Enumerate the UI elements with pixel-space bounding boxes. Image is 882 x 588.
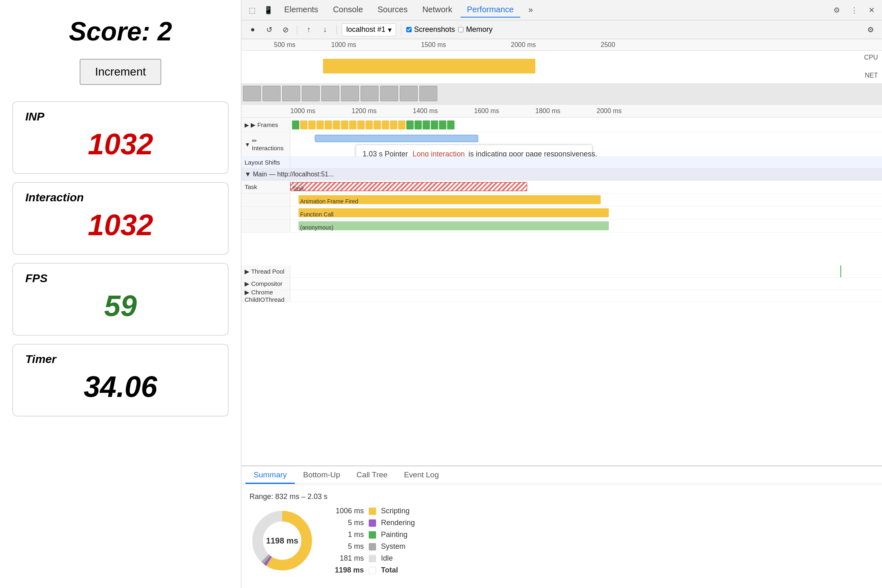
tab-call-tree[interactable]: Call Tree	[348, 467, 396, 484]
ruler-mark-1000: 1000 ms	[331, 41, 356, 49]
tooltip-message: is indicating poor page responsiveness.	[468, 150, 597, 156]
anonymous-row: (anonymous)	[241, 220, 882, 233]
cpu-bar-area: CPU NET	[241, 51, 882, 83]
tab-bottom-up[interactable]: Bottom-Up	[295, 467, 348, 484]
task-text: Task	[245, 183, 257, 190]
frame-block-yellow-4	[325, 120, 332, 129]
tab-more[interactable]: »	[522, 2, 539, 18]
system-value: 5 ms	[331, 542, 364, 551]
toolbar-divider-2	[336, 25, 337, 35]
thread-pool-label[interactable]: ▶ Thread Pool	[241, 265, 290, 277]
tab-network[interactable]: Network	[416, 2, 459, 18]
tab-summary[interactable]: Summary	[245, 467, 295, 484]
close-icon[interactable]: ✕	[865, 3, 878, 17]
screenshot-thumb-8	[380, 86, 398, 101]
ruler-mark-2500: 2500	[601, 41, 615, 49]
interactions-track-row: ▼ ✏ Interactions 1.03 s Pointer Long int…	[241, 132, 882, 157]
main-thread-header[interactable]: ▼ Main — http://localhost:51...	[241, 168, 882, 180]
system-name: System	[381, 542, 430, 551]
timer-card: Timer 34.06	[12, 344, 229, 416]
memory-checkbox[interactable]	[458, 27, 463, 32]
layout-shifts-row: Layout Shifts	[241, 157, 882, 168]
left-panel: Score: 2 Increment INP 1032 Interaction …	[0, 0, 241, 588]
function-call-content: Function Call	[290, 207, 882, 219]
tab-sources[interactable]: Sources	[371, 2, 414, 18]
target-dropdown[interactable]: localhost #1 ▾	[342, 23, 396, 36]
cpu-label: CPU	[864, 54, 878, 61]
increment-button[interactable]: Increment	[80, 59, 162, 85]
frame-block-yellow-5	[333, 120, 340, 129]
fps-label: FPS	[25, 272, 216, 285]
bottom-tabs: Summary Bottom-Up Call Tree Event Log	[241, 466, 882, 484]
timeline-tracks: ▶ ▶ Frames	[241, 118, 882, 466]
compositor-label[interactable]: ▶ Compositor	[241, 278, 290, 290]
anonymous-label	[241, 220, 290, 232]
layout-shifts-label[interactable]: Layout Shifts	[241, 157, 290, 168]
scripting-name: Scripting	[381, 507, 430, 515]
painting-color	[369, 531, 376, 539]
upload-button[interactable]: ↑	[302, 23, 315, 36]
timeline-ruler-top: 500 ms 1000 ms 1500 ms 2000 ms 2500	[241, 39, 882, 51]
idle-value: 181 ms	[331, 554, 364, 563]
legend-row-system: 5 ms System	[331, 542, 430, 551]
clear-button[interactable]: ⊘	[279, 23, 292, 36]
screenshots-row	[241, 83, 882, 104]
ruler-marks-top: 500 ms 1000 ms 1500 ms 2000 ms 2500	[241, 39, 882, 50]
bottom-left: Range: 832 ms – 2.03 s	[249, 492, 430, 580]
interaction-card: Interaction 1032	[12, 182, 229, 255]
tab-performance[interactable]: Performance	[461, 2, 521, 18]
frames-track-row: ▶ ▶ Frames	[241, 118, 882, 132]
scripting-color	[369, 508, 376, 515]
screenshots-checkbox-label[interactable]: Screenshots	[406, 25, 455, 34]
screenshot-thumb-6	[341, 86, 359, 101]
download-button[interactable]: ↓	[318, 23, 332, 36]
tooltip-link[interactable]: Long interaction	[412, 150, 465, 156]
screenshot-thumb-2	[263, 86, 281, 101]
animation-frame-bar: Animation Frame Fired	[298, 195, 601, 204]
legend-row-scripting: 1006 ms Scripting	[331, 507, 430, 515]
settings-perf-icon[interactable]: ⚙	[864, 23, 877, 36]
devtools-topbar-right: ⚙ ⋮ ✕	[830, 3, 878, 17]
anonymous-content: (anonymous)	[290, 220, 882, 232]
interaction-label: Interaction	[25, 191, 216, 204]
task-content: Task	[290, 180, 882, 193]
timer-label: Timer	[25, 353, 216, 366]
timeline-main: 1000 ms 1200 ms 1400 ms 1600 ms 1800 ms …	[241, 105, 882, 466]
ruler2-2000: 2000 ms	[597, 107, 621, 115]
thread-pool-text: ▶ Thread Pool	[245, 268, 285, 275]
frame-block-yellow-13	[398, 120, 405, 129]
tooltip-event-type-label: Pointer	[385, 150, 408, 156]
screenshot-thumb-9	[400, 86, 418, 101]
total-name: Total	[381, 566, 430, 575]
frame-block-green-6	[439, 120, 446, 129]
screenshot-thumb-5	[321, 86, 339, 101]
reload-button[interactable]: ↺	[263, 23, 276, 36]
more-options-icon[interactable]: ⋮	[847, 3, 861, 17]
bottom-content: Range: 832 ms – 2.03 s	[241, 484, 882, 588]
tab-console[interactable]: Console	[326, 2, 369, 18]
function-call-row: Function Call	[241, 207, 882, 220]
inspector-icon[interactable]: ⬚	[245, 3, 259, 17]
tab-elements[interactable]: Elements	[278, 2, 325, 18]
frame-block-yellow-10	[374, 120, 381, 129]
device-icon[interactable]: 📱	[261, 3, 276, 17]
frames-track-label[interactable]: ▶ ▶ Frames	[241, 118, 290, 132]
timeline-overview[interactable]: 500 ms 1000 ms 1500 ms 2000 ms 2500 CPU …	[241, 39, 882, 105]
scripting-value: 1006 ms	[331, 507, 364, 515]
screenshot-thumb-3	[282, 86, 300, 101]
record-button[interactable]: ●	[246, 23, 259, 36]
tab-event-log[interactable]: Event Log	[396, 467, 447, 484]
child-io-label[interactable]: ▶ Chrome ChildIOThread	[241, 290, 290, 302]
target-label: localhost #1	[346, 25, 385, 34]
screenshots-checkbox[interactable]	[406, 27, 412, 32]
memory-checkbox-label[interactable]: Memory	[458, 25, 492, 34]
frame-block-green-5	[431, 120, 438, 129]
interaction-bar[interactable]	[315, 135, 478, 142]
tooltip-time: 1.03 s	[363, 150, 383, 156]
net-label: NET	[865, 72, 878, 79]
target-chevron-icon: ▾	[388, 25, 392, 34]
interactions-track-label[interactable]: ▼ ✏ Interactions	[241, 132, 290, 156]
thread-pool-row: ▶ Thread Pool	[241, 265, 882, 278]
settings-gear-icon[interactable]: ⚙	[830, 3, 843, 17]
painting-name: Painting	[381, 530, 430, 539]
